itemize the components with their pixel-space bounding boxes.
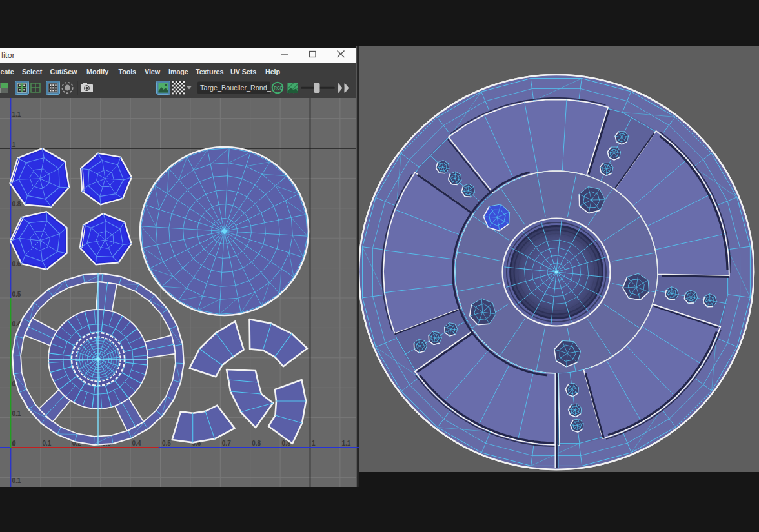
svg-text:1: 1 (12, 141, 16, 148)
svg-text:Modify: Modify (86, 68, 108, 75)
svg-text:0.1: 0.1 (12, 410, 21, 417)
svg-text:Targe_Bouclier_Rond_: Targe_Bouclier_Rond_ (200, 84, 272, 92)
svg-text:0.5: 0.5 (12, 291, 21, 298)
svg-text:0.1: 0.1 (12, 477, 21, 484)
svg-text:0.8: 0.8 (252, 440, 261, 447)
svg-text:1.1: 1.1 (12, 111, 21, 118)
svg-text:View: View (145, 68, 161, 75)
svg-text:0.7: 0.7 (222, 440, 231, 447)
svg-text:eate: eate (1, 68, 14, 75)
svg-text:Image: Image (168, 68, 188, 75)
svg-text:0.4: 0.4 (132, 440, 141, 447)
svg-text:Select: Select (22, 68, 43, 75)
svg-text:Textures: Textures (196, 68, 224, 75)
svg-text:Cut/Sew: Cut/Sew (50, 68, 78, 75)
svg-text:Tools: Tools (119, 68, 137, 75)
svg-text:0.1: 0.1 (42, 440, 51, 447)
svg-text:1.1: 1.1 (341, 440, 350, 447)
svg-text:UV Sets: UV Sets (230, 68, 256, 75)
svg-text:0: 0 (12, 440, 16, 447)
svg-text:litor: litor (1, 50, 15, 60)
svg-text:RGB: RGB (274, 86, 283, 90)
svg-text:0.5: 0.5 (162, 440, 171, 447)
svg-text:0.8: 0.8 (12, 201, 21, 208)
svg-text:1: 1 (312, 440, 316, 447)
svg-text:Help: Help (265, 68, 281, 75)
